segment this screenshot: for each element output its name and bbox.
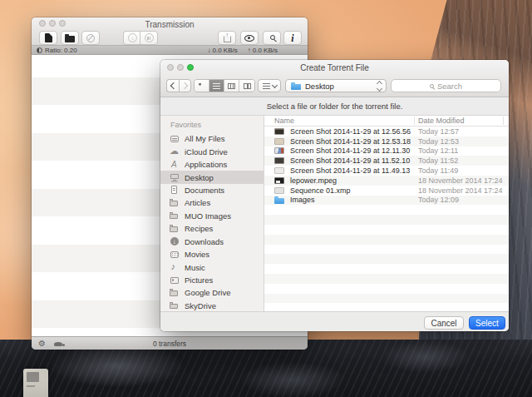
ratio-label: Ratio: 0.20 [45,47,77,54]
file-date-modified: Today 11:49 [418,166,458,175]
share-button[interactable] [218,31,236,45]
sidebar-item-icon [170,250,180,260]
sidebar-header: Favorites [160,119,264,132]
sidebar-item[interactable]: All My Files [160,132,264,145]
sidebar-item-icon [170,211,180,221]
sidebar-item-label: Applications [185,160,227,169]
sidebar-item[interactable]: Applications [160,158,264,171]
sidebar-item[interactable]: Recipes [160,222,264,235]
info-icon: i [291,33,293,43]
sidebar-item[interactable]: SkyDrive [160,300,264,311]
cancel-button[interactable]: Cancel [424,316,464,330]
transmission-statusbar: Ratio: 0.20 ↓0.0 KB/s ↑0.0 KB/s [32,46,308,55]
coverflow-view-button[interactable] [239,80,254,92]
dialog-prompt: Select a file or folder for the torrent … [160,97,509,116]
sidebar-item[interactable]: Pictures [160,274,264,286]
dialog-titlebar: Create Torrent File D [160,60,509,97]
sidebar-item-icon [170,262,180,272]
back-button[interactable] [166,79,179,92]
file-row[interactable]: Screen Shot 2014-11-29 at 12.11.30 Today… [264,146,509,156]
transfers-count: 0 transfers [32,340,308,348]
file-row[interactable]: Images Today 12:09 [264,196,509,206]
sidebar-item-label: Music [185,263,205,272]
file-name: lepower.mpeg [290,176,337,185]
file-name: Screen Shot 2014-11-29 at 11.52.10 [290,156,410,165]
file-row[interactable]: Screen Shot 2014-11-29 at 11.49.13 Today… [264,166,509,176]
blue-folder-icon [291,82,301,90]
sidebar-item-icon [170,198,180,208]
file-name: Screen Shot 2014-11-29 at 12.56.56 [290,127,411,136]
dialog-title: Create Torrent File [160,63,509,72]
icon-view-button[interactable] [195,80,209,92]
resume-all-button[interactable]: ↓ [123,31,141,45]
sidebar-item[interactable]: Articles [160,196,264,209]
file-icon [274,137,285,146]
remove-icon [86,34,95,42]
sidebar-item-icon [170,146,180,156]
column-view-button[interactable] [224,80,239,92]
forward-button[interactable] [179,79,191,92]
popup-stepper-icon [377,82,382,91]
select-button[interactable]: Select [469,316,505,330]
download-arrow-icon: ↓ [208,47,211,54]
file-row[interactable]: Sequence 01.xmp 18 November 2014 17:24 [264,186,509,196]
list-view-button[interactable] [209,80,224,92]
column-name[interactable]: Name [274,117,294,125]
sidebar-item-label: Articles [185,198,210,207]
sidebar-item-label: Pictures [185,275,213,285]
column-view-icon [228,83,235,89]
file-row[interactable]: Screen Shot 2014-11-29 at 11.52.10 Today… [264,156,509,166]
open-folder-icon [65,36,75,42]
transmission-toolbar: ↓ i [32,29,308,46]
sidebar-item-icon [170,224,180,234]
sidebar-item-label: Desktop [185,173,214,182]
transmission-bottombar: ⚙ 0 transfers [32,336,308,350]
dialog-toolbar: Desktop Search [160,74,509,97]
sidebar-item-icon [170,134,180,144]
share-icon [224,36,231,42]
create-torrent-dialog: Create Torrent File D [160,60,509,331]
file-icon [274,196,285,204]
file-date-modified: 18 November 2014 17:24 [418,186,503,195]
open-torrent-button[interactable] [61,31,79,45]
file-name: Images [290,196,315,204]
classic-mac-object [23,369,48,397]
chevron-down-icon [271,82,277,87]
sidebar-item[interactable]: Google Drive [160,286,264,299]
arrange-menu-button[interactable] [258,79,281,92]
sidebar-item[interactable]: Downloads [160,236,264,248]
sidebar-item-icon [170,288,180,298]
file-icon [274,166,285,175]
sidebar-item-label: Movies [185,250,209,259]
sidebar: Favorites All My Files iCloud Drive [160,116,264,311]
create-torrent-button[interactable] [39,31,57,45]
quick-look-button[interactable] [240,31,259,45]
sidebar-item-icon [170,275,180,285]
sidebar-item[interactable]: Music [160,261,264,273]
file-row[interactable]: Screen Shot 2014-11-29 at 12.53.18 Today… [264,136,509,146]
search-button[interactable] [263,31,281,45]
column-date-modified[interactable]: Date Modified [418,117,465,125]
file-rows: Screen Shot 2014-11-29 at 12.56.56 Today… [264,127,509,311]
sidebar-item[interactable]: Desktop [160,171,264,183]
file-name: Sequence 01.xmp [290,186,351,195]
remove-torrent-button[interactable] [81,31,100,45]
file-row[interactable]: lepower.mpeg 18 November 2014 17:24 [264,176,509,186]
search-field[interactable]: Search [391,79,501,92]
upload-arrow-icon: ↑ [248,47,251,54]
inspector-button[interactable]: i [283,31,302,45]
location-popup[interactable]: Desktop [285,79,387,92]
file-row[interactable]: Screen Shot 2014-11-29 at 12.56.56 Today… [264,127,509,136]
file-icon [274,176,285,185]
sidebar-item[interactable]: Documents [160,184,264,196]
dialog-content: Favorites All My Files iCloud Drive [160,116,509,311]
list-header[interactable]: Name Date Modified [264,116,509,127]
magnifier-icon [430,84,434,88]
pause-all-button[interactable] [140,31,158,45]
sidebar-item[interactable]: MUO Images [160,210,264,222]
sidebar-item-icon [170,300,180,310]
desktop: Transmission ↓ i Ratio: 0.20 [0,0,532,397]
sidebar-item[interactable]: Movies [160,248,264,261]
sidebar-item[interactable]: iCloud Drive [160,145,264,157]
search-icon [270,35,275,40]
